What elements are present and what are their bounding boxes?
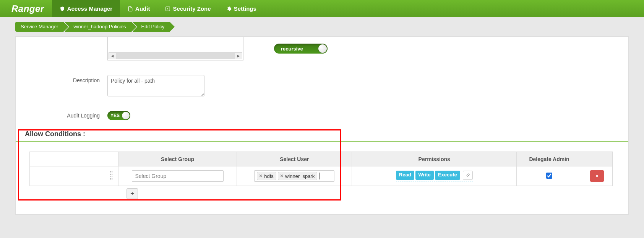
table-header-blank bbox=[30, 152, 118, 166]
table-header-action bbox=[582, 152, 612, 166]
scroll-track[interactable] bbox=[116, 53, 235, 59]
toggle-label: YES bbox=[110, 113, 120, 118]
description-textarea[interactable] bbox=[107, 75, 204, 96]
permission-pill[interactable]: Execute bbox=[435, 171, 460, 180]
drag-handle-icon[interactable]: ⠿⠿ bbox=[109, 171, 114, 181]
delegate-admin-checkbox[interactable] bbox=[546, 173, 552, 179]
table-header-user: Select User bbox=[237, 152, 352, 166]
scroll-right-arrow[interactable]: ► bbox=[235, 53, 242, 59]
nav-label: Audit bbox=[135, 5, 150, 12]
nav-settings[interactable]: Settings bbox=[219, 0, 264, 17]
remove-tag-icon[interactable]: ✕ bbox=[280, 173, 284, 179]
add-row-button[interactable]: + bbox=[127, 188, 138, 199]
tag-label: winner_spark bbox=[285, 173, 315, 179]
allow-conditions-table-wrap: Select Group Select User Permissions Del… bbox=[29, 152, 613, 186]
scroll-left-arrow[interactable]: ◄ bbox=[109, 53, 116, 59]
group-text-input[interactable] bbox=[135, 172, 221, 180]
top-nav: Ranger Access Manager Audit Security Zon… bbox=[0, 0, 644, 17]
table-header-delegate: Delegate Admin bbox=[517, 152, 582, 166]
remove-tag-icon[interactable]: ✕ bbox=[259, 173, 263, 179]
audit-logging-toggle[interactable]: YES bbox=[107, 111, 130, 120]
resource-path-box[interactable]: ◄ ► bbox=[107, 37, 243, 60]
tag-label: hdfs bbox=[264, 173, 274, 179]
recursive-toggle[interactable]: recursive bbox=[274, 44, 328, 54]
horizontal-scrollbar[interactable]: ◄ ► bbox=[109, 52, 242, 59]
table-header-permissions: Permissions bbox=[352, 152, 517, 166]
breadcrumb-service-manager[interactable]: Service Manager bbox=[15, 22, 63, 32]
nav-label: Access Manager bbox=[67, 5, 112, 12]
shield-icon bbox=[60, 6, 65, 11]
delete-row-button[interactable] bbox=[590, 170, 604, 182]
select-group-input[interactable] bbox=[132, 170, 224, 182]
section-divider bbox=[16, 141, 628, 142]
permission-pill[interactable]: Write bbox=[415, 171, 434, 180]
breadcrumb-edit-policy[interactable]: Edit Policy bbox=[133, 22, 170, 32]
nav-label: Security Zone bbox=[173, 5, 211, 12]
user-tag[interactable]: ✕ winner_spark bbox=[278, 172, 317, 180]
audit-logging-label: Audit Logging bbox=[16, 112, 107, 119]
table-header-group: Select Group bbox=[118, 152, 237, 166]
nav-access-manager[interactable]: Access Manager bbox=[52, 0, 120, 17]
breadcrumb: Service Manager winner_hadoop Policies E… bbox=[0, 17, 644, 36]
nav-label: Settings bbox=[234, 5, 256, 12]
permissions-cell: Read Write Execute bbox=[396, 171, 473, 181]
table-header-row: Select Group Select User Permissions Del… bbox=[30, 152, 613, 166]
permission-pill[interactable]: Read bbox=[396, 171, 414, 180]
bolt-square-icon bbox=[165, 6, 170, 11]
gear-icon bbox=[226, 6, 232, 11]
breadcrumb-policies[interactable]: winner_hadoop Policies bbox=[65, 22, 131, 32]
text-cursor bbox=[320, 173, 320, 179]
document-icon bbox=[128, 6, 133, 11]
nav-audit[interactable]: Audit bbox=[120, 0, 157, 17]
edit-permissions-button[interactable] bbox=[463, 171, 473, 180]
select-user-input[interactable]: ✕ hdfs ✕ winner_spark bbox=[254, 170, 334, 182]
allow-conditions-title: Allow Conditions : bbox=[16, 122, 628, 141]
description-label: Description bbox=[16, 75, 107, 83]
empty-label bbox=[16, 37, 107, 39]
allow-conditions-table: Select Group Select User Permissions Del… bbox=[30, 152, 613, 186]
toggle-label: recursive bbox=[281, 46, 303, 52]
policy-panel: ◄ ► recursive Description Audit Logging … bbox=[15, 36, 629, 215]
toggle-knob bbox=[318, 44, 327, 53]
user-tag[interactable]: ✕ hdfs bbox=[257, 172, 276, 180]
table-row: ⠿⠿ ✕ hdfs bbox=[30, 166, 613, 186]
app-logo: Ranger bbox=[0, 3, 52, 14]
nav-security-zone[interactable]: Security Zone bbox=[157, 0, 218, 17]
toggle-knob bbox=[122, 112, 130, 119]
